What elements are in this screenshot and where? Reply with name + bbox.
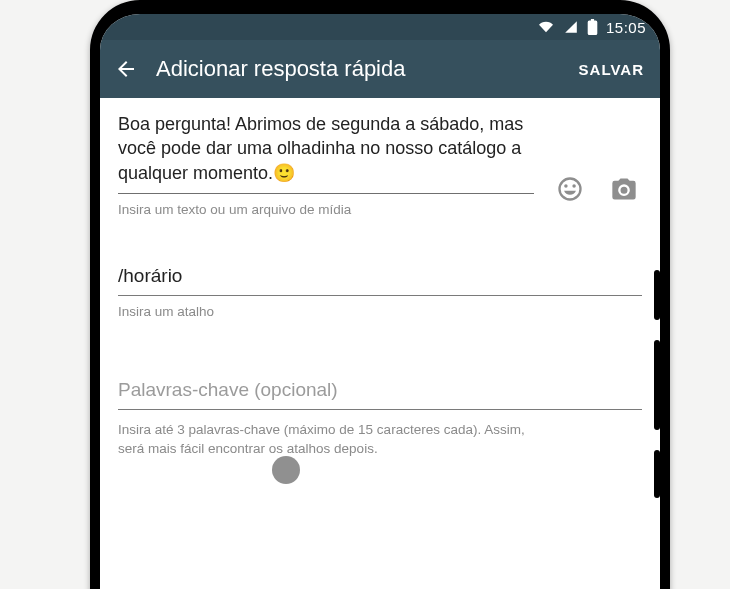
phone-side-button [654, 270, 660, 320]
save-button[interactable]: SALVAR [573, 61, 650, 78]
phone-frame: 15:05 Adicionar resposta rápida SALVAR B… [90, 0, 670, 589]
keywords-helper: Insira até 3 palavras-chave (máximo de 1… [118, 420, 538, 459]
status-time: 15:05 [606, 19, 646, 36]
camera-button[interactable] [606, 171, 642, 207]
content-area: Boa pergunta! Abrimos de segunda a sábad… [100, 98, 660, 459]
arrow-left-icon [114, 57, 138, 81]
emoji-icon [556, 175, 584, 203]
message-input[interactable]: Boa pergunta! Abrimos de segunda a sábad… [118, 112, 534, 194]
status-bar: 15:05 [100, 14, 660, 40]
wifi-icon [537, 20, 555, 34]
touch-indicator [272, 456, 300, 484]
phone-side-button [654, 340, 660, 430]
page-title: Adicionar resposta rápida [156, 56, 559, 82]
keywords-input[interactable] [118, 375, 642, 410]
emoji-button[interactable] [552, 171, 588, 207]
message-helper: Insira um texto ou um arquivo de mídia [118, 202, 534, 217]
cellular-signal-icon [563, 20, 579, 34]
camera-icon [610, 175, 638, 203]
app-bar: Adicionar resposta rápida SALVAR [100, 40, 660, 98]
phone-side-button [654, 450, 660, 498]
shortcut-input[interactable] [118, 261, 642, 296]
battery-icon [587, 19, 598, 35]
back-button[interactable] [110, 53, 142, 85]
shortcut-helper: Insira um atalho [118, 304, 642, 319]
